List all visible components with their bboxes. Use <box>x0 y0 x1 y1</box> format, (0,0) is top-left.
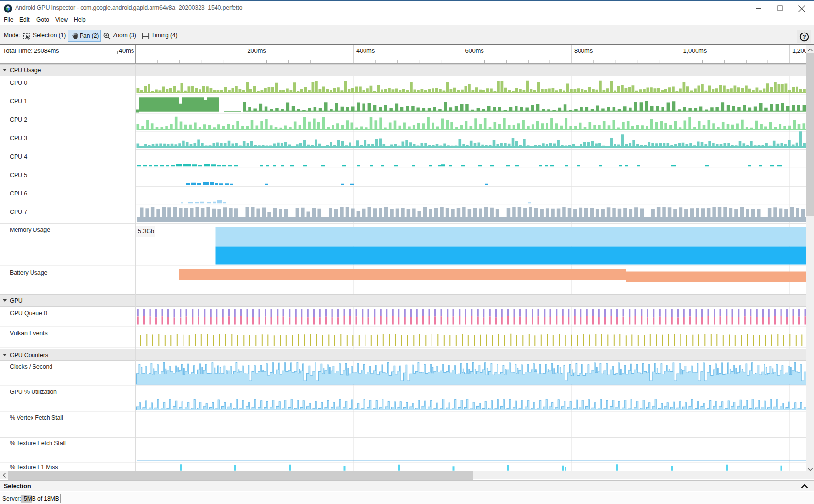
svg-text:?: ? <box>802 34 806 40</box>
